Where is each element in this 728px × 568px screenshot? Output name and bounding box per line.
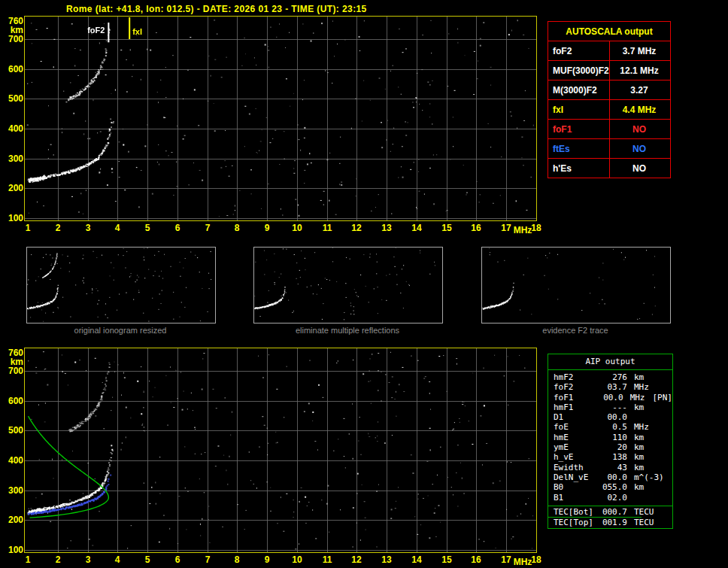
autoscala-parameter-label: foF2 <box>548 41 610 60</box>
y-tick-label: 600 <box>3 64 23 74</box>
autoscala-parameter-value: 12.1 MHz <box>610 61 670 80</box>
y-tick-label: 500 <box>3 425 23 436</box>
thumbnail-multiple-reflections-canvas <box>254 248 442 323</box>
x-tick-label: 6 <box>169 223 186 233</box>
profile-ionogram-canvas <box>25 348 536 552</box>
x-tick-label: 4 <box>109 554 126 565</box>
thumbnail-multiple-reflections <box>253 247 443 323</box>
aip-param-value: 03.7 <box>597 382 627 392</box>
aip-param-flag: [PN] <box>645 393 673 402</box>
aip-row-h_vE: h_vE138km <box>548 452 672 462</box>
x-tick-label: 1 <box>20 554 36 565</box>
main-ionogram-plot <box>24 16 537 221</box>
x-tick-label: 16 <box>468 223 484 233</box>
aip-param-value: 00.0 <box>597 472 627 482</box>
aip-param-unit: TECU <box>627 518 654 527</box>
x-tick-label: 8 <box>229 554 245 565</box>
aip-param-name: hmF2 <box>554 372 597 382</box>
x-tick-label: 1 <box>20 223 36 233</box>
x-tick-label: 14 <box>408 223 425 233</box>
aip-param-value: 00.0 <box>597 412 627 422</box>
aip-param-name: D1 <box>554 412 597 422</box>
x-tick-label: 9 <box>259 554 275 565</box>
aip-panel-title: AIP output <box>548 354 672 370</box>
aip-param-unit: km <box>627 372 644 382</box>
aip-output-panel: AIP output hmF2276kmfoF203.7MHzfoF100.0M… <box>548 354 673 529</box>
aip-row-TEC[Top]: TEC[Top]001.9TECU <box>548 518 672 527</box>
aip-row-D1: D100.0 <box>548 412 672 422</box>
aip-param-value: 001.9 <box>597 518 627 527</box>
x-tick-label: 6 <box>169 554 186 565</box>
y-tick-label: 100 <box>3 213 23 223</box>
x-tick-label: 2 <box>50 223 66 233</box>
autoscala-parameter-label: ftEs <box>548 139 610 158</box>
aip-param-name: h_vE <box>554 452 597 462</box>
autoscala-row-ftEs: ftEsNO <box>548 139 670 159</box>
autoscala-parameter-value: NO <box>610 139 670 158</box>
x-tick-label: 15 <box>438 554 455 565</box>
aip-param-unit: m^(-3) <box>627 472 664 482</box>
aip-row-TEC[Bot]: TEC[Bot]000.7TECU <box>548 506 672 517</box>
x-tick-label: 13 <box>378 223 395 233</box>
autoscala-row-fxI: fxI4.4 MHz <box>548 100 670 120</box>
autoscala-parameter-label: fxI <box>548 100 610 119</box>
aip-row-B0: B0055.0km <box>548 482 672 492</box>
aip-param-value: 0.5 <box>597 422 627 432</box>
x-tick-label: 8 <box>229 223 245 233</box>
autoscala-row-h'Es: h'EsNO <box>548 159 670 178</box>
x-tick-label: 9 <box>259 223 275 233</box>
autoscala-row-foF1: foF1NO <box>548 120 670 139</box>
main-ionogram-canvas <box>25 17 536 220</box>
aip-row-Ewidth: Ewidth43km <box>548 463 672 472</box>
aip-param-unit: km <box>627 463 644 472</box>
aip-param-unit: km <box>627 442 644 452</box>
aip-param-value: --- <box>597 402 627 412</box>
y-tick-label: 200 <box>3 183 23 193</box>
aip-param-name: ymE <box>554 442 597 452</box>
aip-param-value: 110 <box>597 433 627 442</box>
x-tick-label: 10 <box>289 223 305 233</box>
x-tick-label: 13 <box>378 554 395 565</box>
aip-param-value: 00.0 <box>595 393 623 402</box>
aip-row-DelN_vE: DelN_vE00.0m^(-3) <box>548 472 672 482</box>
x-tick-label: 2 <box>50 554 66 565</box>
aip-param-unit: km <box>627 433 644 442</box>
x-tick-label: 16 <box>468 554 484 565</box>
aip-param-name: TEC[Top] <box>554 518 597 527</box>
x-tick-label: 5 <box>139 554 156 565</box>
autoscala-parameter-label: MUF(3000)F2 <box>548 61 610 80</box>
x-tick-label: 3 <box>80 223 96 233</box>
x-tick-label: 3 <box>80 554 96 565</box>
thumbnail-f2-trace-canvas <box>482 248 670 323</box>
aip-param-unit <box>627 412 634 422</box>
aip-param-value: 20 <box>597 442 627 452</box>
thumbnail-caption-multiples: eliminate multiple reflections <box>253 326 442 335</box>
aip-row-hmF2: hmF2276km <box>548 372 672 382</box>
y-tick-label: 700 <box>3 366 23 376</box>
aip-param-name: TEC[Bot] <box>554 507 597 517</box>
autoscala-parameter-value: 4.4 MHz <box>610 100 670 119</box>
x-tick-label: 4 <box>109 223 126 233</box>
thumbnail-caption-f2trace: evidence F2 trace <box>481 326 670 335</box>
profile-ionogram-plot <box>24 348 537 553</box>
x-tick-label: 11 <box>319 554 335 565</box>
thumbnail-original-ionogram <box>26 247 216 323</box>
x-tick-label: 11 <box>319 223 335 233</box>
aip-row-foE: foE0.5MHz <box>548 422 672 432</box>
aip-param-unit: km <box>627 452 644 462</box>
aip-param-value: 055.0 <box>597 482 627 492</box>
autoscala-row-M(3000)F2: M(3000)F23.27 <box>548 80 670 100</box>
autoscala-screen: Rome (lat: +41.8, lon: 012.5) - DATE: 20… <box>0 0 728 568</box>
autoscala-table-title: AUTOSCALA output <box>548 22 670 41</box>
autoscala-row-MUF(3000)F2: MUF(3000)F212.1 MHz <box>548 61 670 80</box>
autoscala-row-foF2: foF23.7 MHz <box>548 41 670 61</box>
x-axis-unit: MHz <box>510 557 535 567</box>
y-axis-unit: km <box>3 357 23 367</box>
x-tick-label: 7 <box>199 554 216 565</box>
x-tick-label: 5 <box>139 223 156 233</box>
x-tick-label: 7 <box>199 223 216 233</box>
autoscala-parameter-label: h'Es <box>548 159 610 178</box>
aip-param-value: 276 <box>597 372 627 382</box>
aip-param-unit: km <box>627 402 644 412</box>
aip-param-value: 000.7 <box>597 507 627 517</box>
